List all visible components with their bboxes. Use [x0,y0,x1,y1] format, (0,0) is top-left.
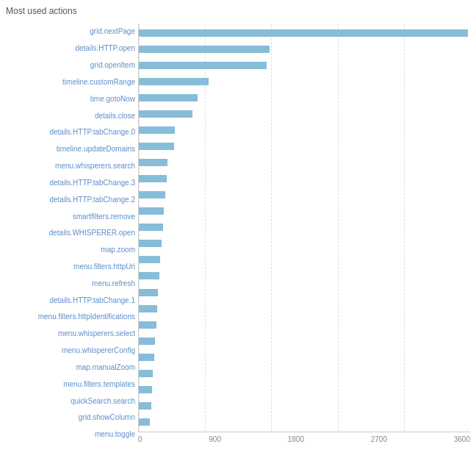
chart-container: Most used actions grid.nextPagedetails.H… [0,0,476,461]
bar [139,46,270,53]
x-tick: 2700 [371,435,387,443]
y-label: timeline.customRange [62,79,135,86]
bar-row [139,28,470,38]
bar [139,321,156,329]
bar-row [139,336,470,346]
bar-row [139,352,470,362]
bar-row [139,206,470,216]
x-tick: 1800 [288,435,304,443]
bar-row [139,287,470,298]
bar [139,207,164,215]
bar [139,370,153,377]
bar-row [139,417,470,427]
y-label: map.manualZoom [76,364,135,371]
bar [139,272,159,279]
bar [139,94,198,101]
bar [139,240,162,247]
bar-row [139,141,470,151]
y-label: menu.filters.httpIdentifications [38,313,135,321]
y-label: time.gotoNow [90,96,135,103]
bar-row [139,368,470,379]
bar-row [139,401,470,411]
x-tick: 0 [138,435,143,443]
bar [139,224,163,231]
bar [139,159,167,166]
x-tick: 3600 [454,435,470,443]
y-label: menu.whispererConfig [62,347,135,354]
y-label: details.HTTP.open [75,45,135,52]
y-label: menu.filters.templates [63,381,135,388]
y-labels: grid.nextPagedetails.HTTP.opengrid.openI… [6,24,138,443]
y-label: map.zoom [101,246,135,254]
bar-row [139,174,470,184]
x-axis: 0900180027003600 [138,432,470,443]
bar [139,78,209,85]
y-label: grid.openItem [90,62,135,69]
bar-row [139,304,470,314]
bar-row [139,222,470,232]
bar-row [139,271,470,281]
bar-row [139,254,470,265]
bar [139,337,155,345]
bar [139,256,160,263]
y-label: menu.toggle [95,431,135,438]
y-label: details.HTTP.tabChange.0 [49,129,135,136]
bars-and-xaxis: 0900180027003600 [138,24,470,443]
bar-row [139,125,470,135]
y-label: menu.filters.httpUri [73,263,135,271]
y-label: grid.nextPage [90,28,135,35]
bar [139,305,157,312]
bar [139,354,154,361]
y-label: details.HTTP.tabChange.3 [49,179,135,187]
bar-row [139,385,470,395]
bar [139,29,468,37]
chart-area: grid.nextPagedetails.HTTP.opengrid.openI… [6,24,470,443]
x-tick: 900 [209,435,221,443]
bars-rows [139,24,470,432]
bar [139,110,192,118]
y-label: menu.whisperers.search [55,162,135,170]
y-label: grid.showColumn [79,414,135,421]
bar-row [139,93,470,103]
bar-row [139,109,470,119]
bar [139,191,165,199]
y-label: timeline.updateDomains [57,146,135,153]
bar-row [139,157,470,168]
bars-area [138,24,470,432]
bar [139,386,152,393]
bar-row [139,60,470,71]
bar [139,418,150,426]
y-label: details.WHISPERER.open [49,229,135,237]
bar [139,175,167,182]
bar [139,402,151,410]
y-label: menu.whisperers.select [58,330,135,337]
bar [139,289,158,296]
bar-row [139,76,470,87]
bar-row [139,44,470,54]
chart-title: Most used actions [6,6,470,16]
y-label: smartfilters.remove [73,213,135,221]
y-label: details.HTTP.tabChange.2 [49,196,135,204]
bar [139,143,174,150]
bar-row [139,190,470,200]
y-label: details.close [95,112,135,120]
bar [139,62,267,69]
bar-row [139,238,470,249]
bar [139,126,175,134]
y-label: details.HTTP.tabChange.1 [49,297,135,304]
bar-row [139,320,470,330]
y-label: quickSearch.search [71,398,135,405]
y-label: menu.refresh [92,280,135,287]
